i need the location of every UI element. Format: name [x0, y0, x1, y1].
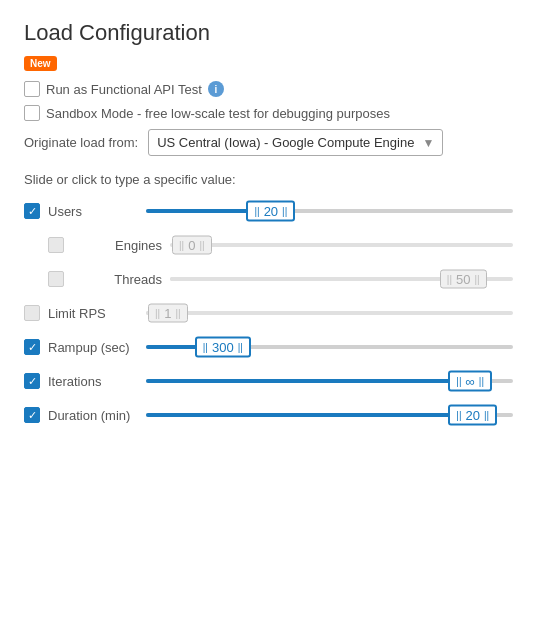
users-slider-row: Users || 20 ||	[24, 201, 513, 221]
limitrps-checkbox[interactable]	[24, 305, 40, 321]
duration-value: 20	[466, 408, 480, 423]
originate-select[interactable]: US Central (Iowa) - Google Compute Engin…	[148, 129, 443, 156]
originate-value: US Central (Iowa) - Google Compute Engin…	[157, 135, 414, 150]
left-handle-icon: ||	[456, 376, 461, 387]
engines-checkbox[interactable]	[48, 237, 64, 253]
users-value: 20	[264, 204, 278, 219]
duration-checkbox[interactable]	[24, 407, 40, 423]
left-handle-icon: ||	[179, 240, 184, 251]
users-thumb[interactable]: || 20 ||	[246, 201, 295, 222]
engines-slider-row: Engines || 0 ||	[24, 235, 513, 255]
engines-slider: || 0 ||	[170, 235, 513, 255]
right-handle-icon: ||	[484, 410, 489, 421]
duration-label: Duration (min)	[48, 408, 138, 423]
sandbox-checkbox[interactable]	[24, 105, 40, 121]
duration-slider[interactable]: || 20 ||	[146, 405, 513, 425]
limitrps-thumb: || 1 ||	[148, 304, 188, 323]
functional-api-row: Run as Functional API Test i	[24, 81, 513, 97]
threads-label: Threads	[72, 272, 162, 287]
originate-label: Originate load from:	[24, 135, 138, 150]
engines-label: Engines	[72, 238, 162, 253]
users-checkbox[interactable]	[24, 203, 40, 219]
users-slider[interactable]: || 20 ||	[146, 201, 513, 221]
right-handle-icon: ||	[475, 274, 480, 285]
users-label: Users	[48, 204, 138, 219]
iterations-thumb[interactable]: || ∞ ||	[448, 371, 492, 392]
right-handle-icon: ||	[282, 206, 287, 217]
limitrps-slider: || 1 ||	[146, 303, 513, 323]
threads-slider-row: Threads || 50 ||	[24, 269, 513, 289]
rampup-checkbox[interactable]	[24, 339, 40, 355]
left-handle-icon: ||	[447, 274, 452, 285]
threads-thumb: || 50 ||	[440, 270, 487, 289]
rampup-value: 300	[212, 340, 234, 355]
right-handle-icon: ||	[479, 376, 484, 387]
engines-value: 0	[188, 238, 195, 253]
limitrps-value: 1	[164, 306, 171, 321]
right-handle-icon: ||	[199, 240, 204, 251]
threads-value: 50	[456, 272, 470, 287]
engines-thumb: || 0 ||	[172, 236, 212, 255]
limitrps-label: Limit RPS	[48, 306, 138, 321]
functional-api-label: Run as Functional API Test	[46, 82, 202, 97]
sandbox-row: Sandbox Mode - free low-scale test for d…	[24, 105, 513, 121]
iterations-slider[interactable]: || ∞ ||	[146, 371, 513, 391]
iterations-checkbox[interactable]	[24, 373, 40, 389]
left-handle-icon: ||	[456, 410, 461, 421]
rampup-thumb[interactable]: || 300 ||	[195, 337, 251, 358]
info-icon[interactable]: i	[208, 81, 224, 97]
functional-api-checkbox[interactable]	[24, 81, 40, 97]
left-handle-icon: ||	[155, 308, 160, 319]
limitrps-slider-row: Limit RPS || 1 ||	[24, 303, 513, 323]
originate-row: Originate load from: US Central (Iowa) -…	[24, 129, 513, 156]
chevron-down-icon: ▼	[422, 136, 434, 150]
duration-slider-row: Duration (min) || 20 ||	[24, 405, 513, 425]
rampup-slider[interactable]: || 300 ||	[146, 337, 513, 357]
rampup-label: Rampup (sec)	[48, 340, 138, 355]
threads-slider: || 50 ||	[170, 269, 513, 289]
iterations-label: Iterations	[48, 374, 138, 389]
threads-checkbox[interactable]	[48, 271, 64, 287]
left-handle-icon: ||	[254, 206, 259, 217]
iterations-value: ∞	[466, 374, 475, 389]
iterations-slider-row: Iterations || ∞ ||	[24, 371, 513, 391]
page-title: Load Configuration	[24, 20, 513, 46]
sandbox-label: Sandbox Mode - free low-scale test for d…	[46, 106, 390, 121]
right-handle-icon: ||	[238, 342, 243, 353]
right-handle-icon: ||	[175, 308, 180, 319]
slide-instruction: Slide or click to type a specific value:	[24, 172, 513, 187]
new-badge: New	[24, 56, 57, 71]
left-handle-icon: ||	[203, 342, 208, 353]
duration-thumb[interactable]: || 20 ||	[448, 405, 497, 426]
rampup-slider-row: Rampup (sec) || 300 ||	[24, 337, 513, 357]
